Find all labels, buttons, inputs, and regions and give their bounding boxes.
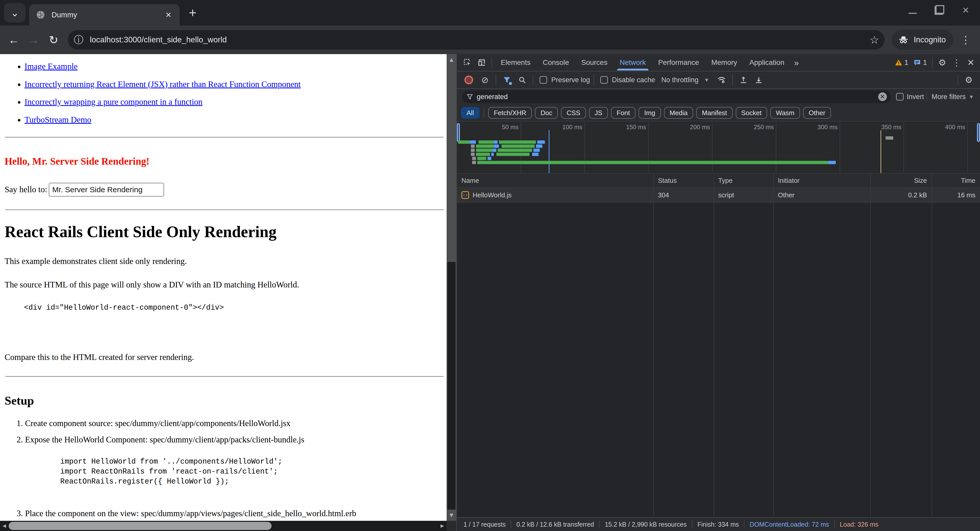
chip-wasm[interactable]: Wasm: [770, 107, 800, 119]
devtools-close-icon[interactable]: ✕: [964, 56, 978, 70]
waterfall-bar-segment: [491, 153, 494, 156]
chip-img[interactable]: Img: [638, 107, 661, 119]
new-tab-button[interactable]: +: [184, 4, 202, 22]
throttling-dropdown[interactable]: No throttling ▾: [656, 76, 713, 84]
record-network-log-button[interactable]: [465, 76, 473, 84]
tab-performance[interactable]: Performance: [652, 54, 705, 71]
chip-js[interactable]: JS: [589, 107, 608, 119]
waterfall-bar-segment: [828, 161, 836, 164]
devtools-settings-gear-icon[interactable]: ⚙: [935, 56, 950, 70]
import-har-icon[interactable]: [736, 73, 751, 87]
disable-cache-label: Disable cache: [612, 76, 655, 84]
vertical-scrollbar-thumb[interactable]: [447, 262, 455, 517]
request-name: HelloWorld.js: [473, 191, 512, 199]
overview-left-handle[interactable]: [457, 123, 460, 142]
network-overview[interactable]: 50 ms100 ms150 ms200 ms250 ms300 ms350 m…: [457, 121, 980, 174]
address-bar[interactable]: ⓘ localhost:3000/client_side_hello_world…: [68, 30, 885, 49]
table-row[interactable]: ‹› HelloWorld.js 304 script Other 0.2 kB…: [457, 188, 980, 203]
scroll-left-arrow[interactable]: ◄: [0, 521, 9, 531]
network-settings-gear-icon[interactable]: ⚙: [962, 73, 976, 87]
more-filters-dropdown[interactable]: More filters ▾: [929, 93, 975, 101]
url-text[interactable]: localhost:3000/client_side_hello_world: [90, 35, 867, 45]
chevron-down-icon: ⌄: [11, 7, 19, 19]
waterfall-bar-segment: [501, 145, 535, 148]
network-conditions-icon[interactable]: [714, 73, 729, 87]
chip-font[interactable]: Font: [611, 107, 635, 119]
chip-manifest[interactable]: Manifest: [696, 107, 732, 119]
waterfall-bar-segment: [494, 145, 499, 148]
tab-console[interactable]: Console: [537, 54, 575, 71]
browser-toolbar: ← → ↻ ⓘ localhost:3000/client_side_hello…: [0, 26, 980, 54]
tab-close-button[interactable]: ✕: [162, 9, 175, 21]
forward-button[interactable]: →: [24, 30, 43, 49]
tab-elements[interactable]: Elements: [495, 54, 537, 71]
link-image-example[interactable]: Image Example: [24, 62, 78, 71]
device-toolbar-icon[interactable]: [475, 56, 489, 70]
waterfall-bar-segment: [458, 140, 469, 144]
overview-right-handle[interactable]: [977, 123, 980, 142]
vertical-scrollbar[interactable]: ▲ ▼: [447, 54, 456, 521]
back-button[interactable]: ←: [5, 30, 23, 49]
clear-filter-icon[interactable]: ✕: [878, 92, 887, 101]
tab-sources[interactable]: Sources: [575, 54, 614, 71]
restore-button[interactable]: [932, 3, 946, 17]
minimize-button[interactable]: [906, 3, 919, 17]
incognito-icon: [898, 34, 909, 45]
preserve-log-label: Preserve log: [551, 76, 590, 84]
tab-memory[interactable]: Memory: [705, 54, 743, 71]
invert-label: Invert: [907, 93, 924, 101]
disable-cache-checkbox[interactable]: [600, 76, 608, 84]
preserve-log-checkbox[interactable]: [539, 76, 547, 84]
column-size[interactable]: Size: [870, 177, 932, 185]
request-time: 16 ms: [932, 191, 980, 199]
export-har-icon[interactable]: [752, 73, 766, 87]
horizontal-scrollbar[interactable]: ◄ ►: [0, 521, 447, 531]
invert-checkbox[interactable]: [896, 93, 904, 100]
window-close-button[interactable]: ✕: [959, 3, 972, 17]
filter-value[interactable]: generated: [477, 93, 878, 101]
waterfall-bar-segment: [532, 153, 538, 156]
link-incorrect-wrapping[interactable]: Incorrectly wrapping a pure component in…: [24, 97, 202, 107]
chip-other[interactable]: Other: [803, 107, 831, 119]
reload-button[interactable]: ↻: [45, 30, 63, 49]
more-tabs-icon[interactable]: »: [791, 58, 802, 68]
link-turbostream-demo[interactable]: TurboStream Demo: [24, 115, 91, 124]
chip-socket[interactable]: Socket: [736, 107, 767, 119]
column-name[interactable]: Name: [457, 177, 653, 185]
search-icon[interactable]: [515, 73, 529, 87]
chip-doc[interactable]: Doc: [535, 107, 558, 119]
scroll-up-arrow[interactable]: ▲: [447, 54, 456, 65]
site-info-icon[interactable]: ⓘ: [72, 33, 86, 47]
finish-time: Finish: 334 ms: [692, 521, 744, 528]
browser-tab[interactable]: Dummy ✕: [29, 4, 180, 26]
name-input[interactable]: [49, 183, 164, 196]
scroll-right-arrow[interactable]: ►: [438, 521, 447, 531]
browser-menu-kebab-icon[interactable]: ⋮: [959, 33, 973, 47]
domcontentloaded-time: DOMContentLoaded: 72 ms: [745, 521, 834, 528]
devtools-menu-kebab-icon[interactable]: ⋮: [950, 56, 964, 70]
chip-css[interactable]: CSS: [561, 107, 586, 119]
column-type[interactable]: Type: [714, 177, 773, 185]
table-header[interactable]: Name Status Type Initiator Size Time: [457, 174, 980, 188]
column-initiator[interactable]: Initiator: [773, 177, 870, 185]
bookmark-star-icon[interactable]: ☆: [867, 32, 882, 48]
clear-network-log-icon[interactable]: ⊘: [478, 73, 492, 87]
chip-media[interactable]: Media: [664, 107, 694, 119]
tab-application[interactable]: Application: [743, 54, 791, 71]
issues-badge[interactable]: 1: [913, 59, 927, 67]
horizontal-scrollbar-thumb[interactable]: [9, 522, 272, 530]
column-time[interactable]: Time: [932, 177, 980, 185]
chip-all[interactable]: All: [461, 107, 479, 119]
filter-funnel-icon[interactable]: [500, 73, 514, 87]
link-incorrect-jsx[interactable]: Incorrectly returning React Element (JSX…: [24, 80, 301, 89]
inspect-element-icon[interactable]: [460, 56, 475, 70]
column-status[interactable]: Status: [653, 177, 714, 185]
warnings-badge[interactable]: 1: [895, 59, 908, 67]
timeline-event-load: [880, 130, 881, 173]
tab-network[interactable]: Network: [614, 54, 652, 71]
tab-search-button[interactable]: ⌄: [4, 3, 25, 22]
filter-input[interactable]: generated ✕: [462, 90, 891, 103]
waterfall-bar-segment: [477, 161, 828, 164]
scroll-down-arrow[interactable]: ▼: [447, 510, 456, 521]
chip-fetch-xhr[interactable]: Fetch/XHR: [488, 107, 532, 119]
